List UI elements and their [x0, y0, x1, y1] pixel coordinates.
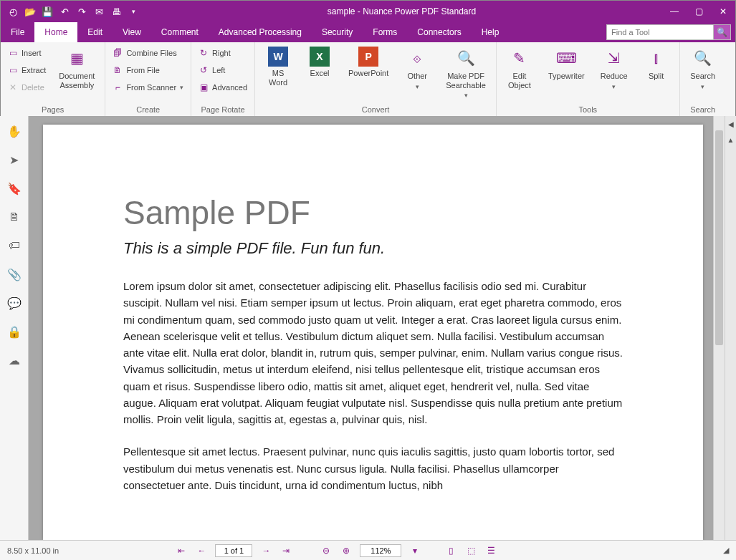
ms-word-button[interactable]: WMS Word	[261, 45, 295, 103]
security-panel-icon[interactable]: 🔒	[5, 322, 24, 341]
qat-dropdown-icon[interactable]: ▾	[125, 4, 141, 19]
view-mode-button[interactable]: ☰	[484, 546, 497, 556]
find-tool-search-icon[interactable]: 🔍	[714, 24, 731, 40]
tab-advanced-processing[interactable]: Advanced Processing	[209, 22, 312, 42]
redo-icon[interactable]: ↷	[74, 4, 90, 19]
tab-comment[interactable]: Comment	[151, 22, 209, 42]
tab-home[interactable]: Home	[34, 22, 77, 42]
attachments-panel-icon[interactable]: 📎	[5, 265, 24, 284]
tools-group-label: Tools	[502, 103, 674, 116]
side-panel: ✋ ➤ 🔖 🗎 🏷 📎 💬 🔒 ☁	[0, 116, 29, 540]
powerpoint-button[interactable]: PPowerPoint	[344, 45, 393, 103]
open-icon[interactable]: 📂	[22, 4, 38, 19]
tab-edit[interactable]: Edit	[77, 22, 113, 42]
delete-button[interactable]: ✕Delete	[6, 79, 47, 95]
file-icon: 🗎	[113, 65, 123, 75]
zoom-dropdown-icon[interactable]: ▾	[408, 546, 421, 556]
maximize-button[interactable]: ▢	[687, 1, 711, 22]
undo-icon[interactable]: ↶	[57, 4, 72, 19]
find-tool-input[interactable]	[606, 24, 714, 40]
ribbon-group-tools: ✎Edit Object ⌨Typewriter ⇲Reduce ⫿Split …	[497, 42, 680, 116]
vertical-scrollbar[interactable]	[713, 116, 725, 540]
make-searchable-button[interactable]: 🔍Make PDF Searchable	[441, 45, 490, 103]
rotate-left-icon: ↺	[199, 65, 209, 75]
other-button[interactable]: ⟐Other	[400, 45, 434, 103]
extract-button[interactable]: ▭Extract	[6, 62, 47, 78]
delete-icon: ✕	[8, 82, 18, 92]
first-page-button[interactable]: ⇤	[175, 546, 188, 556]
combine-files-button[interactable]: 🗐Combine Files	[111, 45, 185, 61]
from-scanner-label: From Scanner	[126, 83, 176, 92]
combine-label: Combine Files	[126, 49, 176, 57]
reduce-button[interactable]: ⇲Reduce	[596, 45, 632, 103]
tab-help[interactable]: Help	[472, 22, 510, 42]
tab-security[interactable]: Security	[312, 22, 363, 42]
close-button[interactable]: ✕	[711, 1, 735, 22]
print-icon[interactable]: 🖶	[108, 4, 124, 19]
find-tool: 🔍	[606, 22, 731, 42]
tab-forms[interactable]: Forms	[363, 22, 407, 42]
rotate-advanced-label: Advanced	[212, 83, 247, 92]
ribbon-group-create: 🗐Combine Files 🗎From File ⌐From Scanner …	[105, 42, 191, 116]
search-button[interactable]: 🔍Search	[686, 45, 720, 103]
rotate-advanced-button[interactable]: ▣Advanced	[197, 79, 249, 95]
comments-panel-icon[interactable]: 💬	[5, 294, 24, 312]
tab-connectors[interactable]: Connectors	[407, 22, 471, 42]
tab-view[interactable]: View	[113, 22, 151, 42]
window-title: sample - Nuance Power PDF Standard	[141, 6, 662, 16]
edit-object-button[interactable]: ✎Edit Object	[502, 45, 537, 103]
next-page-button[interactable]: →	[259, 546, 272, 556]
document-assembly-label: Document Assembly	[59, 72, 95, 90]
page-input[interactable]	[215, 544, 252, 557]
stamp-panel-icon[interactable]: 🏷	[5, 236, 24, 255]
mail-icon[interactable]: ✉	[91, 4, 107, 19]
scanner-icon: ⌐	[113, 82, 123, 92]
hand-tool-icon[interactable]: ✋	[5, 122, 24, 140]
advanced-icon: ▣	[199, 82, 209, 92]
create-group-label: Create	[111, 103, 185, 116]
extract-label: Extract	[21, 66, 46, 74]
bookmark-panel-icon[interactable]: 🔖	[5, 179, 24, 198]
rotate-right-button[interactable]: ↻Right	[197, 45, 249, 61]
gutter-expand-icon[interactable]: ◀	[725, 116, 736, 132]
select-tool-icon[interactable]: ➤	[5, 150, 24, 169]
tab-file[interactable]: File	[1, 22, 34, 42]
doc-subtitle: This is a simple PDF file. Fun fun fun.	[123, 239, 623, 258]
typewriter-label: Typewriter	[548, 72, 585, 81]
save-icon[interactable]: 💾	[39, 4, 55, 19]
cloud-panel-icon[interactable]: ☁	[5, 351, 24, 370]
prev-page-button[interactable]: ←	[195, 546, 208, 556]
zoom-in-button[interactable]: ⊕	[340, 546, 353, 556]
rotate-left-button[interactable]: ↺Left	[197, 62, 249, 78]
zoom-out-button[interactable]: ⊖	[320, 546, 333, 556]
resize-grip-icon[interactable]: ◢	[723, 546, 729, 555]
insert-button[interactable]: ▭Insert	[6, 45, 47, 61]
rotate-left-label: Left	[212, 66, 225, 74]
gutter-up-icon[interactable]: ▲	[725, 132, 736, 148]
rotate-right-icon: ↻	[199, 48, 209, 58]
fit-width-button[interactable]: ⬚	[464, 546, 477, 556]
window-controls: — ▢ ✕	[662, 1, 735, 22]
from-scanner-button[interactable]: ⌐From Scanner	[111, 79, 185, 95]
zoom-select[interactable]	[360, 544, 401, 557]
ribbon-group-rotate: ↻Right ↺Left ▣Advanced Page Rotate	[191, 42, 255, 116]
split-button[interactable]: ⫿Split	[639, 45, 674, 103]
app-icon[interactable]: ◴	[5, 4, 21, 19]
right-gutter: ◀ ▲	[725, 116, 736, 540]
minimize-button[interactable]: —	[662, 1, 687, 22]
from-file-button[interactable]: 🗎From File	[111, 62, 185, 78]
fit-page-button[interactable]: ▯	[444, 546, 457, 556]
pdf-page: Sample PDF This is a simple PDF file. Fu…	[43, 125, 703, 540]
last-page-button[interactable]: ⇥	[279, 546, 292, 556]
combine-icon: 🗐	[113, 48, 123, 58]
typewriter-button[interactable]: ⌨Typewriter	[544, 45, 589, 103]
status-center: ⇤ ← → ⇥ ⊖ ⊕ ▾ ▯ ⬚ ☰	[175, 544, 497, 557]
insert-icon: ▭	[8, 48, 18, 58]
scrollbar-thumb[interactable]	[715, 130, 723, 345]
ribbon-group-pages: ▭Insert ▭Extract ✕Delete ▦ Document Asse…	[1, 42, 105, 116]
viewport[interactable]: Sample PDF This is a simple PDF file. Fu…	[29, 116, 725, 540]
searchable-label: Make PDF Searchable	[446, 72, 486, 90]
document-assembly-button[interactable]: ▦ Document Assembly	[54, 45, 99, 103]
pages-panel-icon[interactable]: 🗎	[5, 208, 24, 226]
excel-button[interactable]: XExcel	[302, 45, 337, 103]
